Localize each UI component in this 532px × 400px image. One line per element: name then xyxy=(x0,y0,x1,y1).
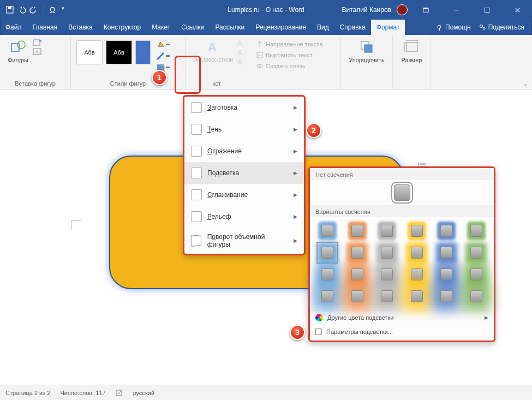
status-word-count[interactable]: Число слов: 117 xyxy=(60,390,105,396)
style-swatch-2[interactable]: Абв xyxy=(106,40,132,64)
effects-item-Заготовка[interactable]: Заготовка▶ xyxy=(184,97,304,118)
share-button[interactable]: Поделиться xyxy=(479,23,524,31)
tab-вставка[interactable]: Вставка xyxy=(63,20,98,35)
status-page[interactable]: Страница 2 из 2 xyxy=(5,390,50,396)
text-outline-icon: A xyxy=(237,49,242,57)
no-glow-swatch[interactable] xyxy=(394,184,410,201)
ribbon-display-icon[interactable] xyxy=(413,0,438,20)
tab-формат[interactable]: Формат xyxy=(371,20,405,35)
glow-swatch[interactable] xyxy=(409,223,425,239)
glow-swatch[interactable] xyxy=(468,244,485,261)
effects-item-Поворот объемной фигуры[interactable]: Поворот объемной фигуры▶ xyxy=(184,228,304,254)
collapse-ribbon-icon[interactable]: ⌄ xyxy=(523,81,528,87)
text-box-icon[interactable]: A xyxy=(33,48,43,56)
omega-icon[interactable]: Ω xyxy=(50,5,58,14)
arrange-button[interactable]: Упорядочить xyxy=(346,37,387,64)
redo-icon[interactable] xyxy=(29,5,38,14)
tab-рассылки[interactable]: Рассылки xyxy=(210,20,250,35)
effects-item-Отражение[interactable]: Отражение▶ xyxy=(184,140,304,162)
tab-файл[interactable]: Файл xyxy=(0,20,27,35)
autosave-icon[interactable] xyxy=(5,5,14,14)
status-bar: Страница 2 из 2 Число слов: 117 русский xyxy=(0,385,532,400)
glow-swatch[interactable] xyxy=(349,288,366,305)
glow-swatch[interactable] xyxy=(409,244,425,261)
glow-swatch[interactable] xyxy=(409,266,425,283)
create-link-button: Создать связь xyxy=(254,61,335,71)
shape-effects-menu: Заготовка▶Тень▶Отражение▶Подсветка▶Сглаж… xyxy=(183,95,306,255)
tab-главная[interactable]: Главная xyxy=(27,20,63,35)
svg-rect-3 xyxy=(423,7,428,8)
group-wordart-label: кст xyxy=(191,80,242,88)
effect-label: Заготовка xyxy=(207,104,237,111)
style-swatch-3[interactable] xyxy=(135,40,151,64)
text-fill-icon: A xyxy=(237,39,242,47)
express-label: Экспресс-стили xyxy=(193,57,233,63)
qat-dropdown-icon[interactable]: ▾ xyxy=(62,5,70,14)
tab-справка[interactable]: Справка xyxy=(334,20,371,35)
glow-swatch[interactable] xyxy=(438,223,455,239)
glow-options[interactable]: Параметры подсветки... xyxy=(310,325,494,338)
undo-icon[interactable] xyxy=(17,5,26,14)
tab-рецензирование[interactable]: Рецензирование xyxy=(250,20,312,35)
size-button[interactable]: Размер xyxy=(398,37,425,64)
minimize-button[interactable] xyxy=(444,0,469,20)
shapes-button[interactable]: Фигуры xyxy=(5,37,31,64)
tab-ссылки[interactable]: Ссылки xyxy=(176,20,210,35)
glow-swatch[interactable] xyxy=(349,223,366,239)
help-button[interactable]: Помощн xyxy=(435,23,471,31)
svg-text:A: A xyxy=(208,40,217,54)
glow-swatch[interactable] xyxy=(468,223,485,239)
user-name[interactable]: Виталий Каиров xyxy=(342,6,391,14)
effects-item-Подсветка[interactable]: Подсветка▶ xyxy=(184,162,304,184)
glow-swatch[interactable] xyxy=(349,266,366,283)
close-button[interactable] xyxy=(505,0,530,20)
page-margin-corner xyxy=(71,220,81,230)
glow-swatch[interactable] xyxy=(319,244,336,261)
effect-preview-icon xyxy=(191,189,202,200)
tab-вид[interactable]: Вид xyxy=(312,20,334,35)
svg-rect-12 xyxy=(33,40,40,45)
express-styles-button: A Экспресс-стили xyxy=(191,37,235,64)
text-effects-icon: A xyxy=(237,58,242,66)
glow-swatch[interactable] xyxy=(438,266,455,283)
glow-swatch[interactable] xyxy=(468,288,485,305)
effects-item-Сглаживание[interactable]: Сглаживание▶ xyxy=(184,184,304,206)
effects-item-Рельеф[interactable]: Рельеф▶ xyxy=(184,206,304,228)
glow-swatch[interactable] xyxy=(438,244,455,261)
style-swatch-1[interactable]: Абв xyxy=(76,40,103,64)
effect-label: Рельеф xyxy=(207,213,231,220)
group-insert-label: Вставка фигур xyxy=(5,80,65,88)
glow-swatch[interactable] xyxy=(379,266,395,283)
glow-swatch[interactable] xyxy=(319,288,336,305)
glow-swatch[interactable] xyxy=(379,288,395,305)
color-wheel-icon xyxy=(315,314,323,321)
effect-preview-icon xyxy=(191,168,202,178)
shape-fill-icon[interactable] xyxy=(156,40,172,50)
glow-swatch[interactable] xyxy=(468,266,485,283)
shape-outline-icon[interactable] xyxy=(156,52,172,62)
tab-конструктор[interactable]: Конструктор xyxy=(98,20,146,35)
svg-rect-27 xyxy=(364,45,372,52)
status-language[interactable]: русский xyxy=(133,390,154,396)
spellcheck-icon[interactable] xyxy=(116,389,123,397)
arrange-label: Упорядочить xyxy=(349,57,384,63)
user-avatar[interactable] xyxy=(397,4,408,15)
window-title: Lumpics.ru - О нас - Word xyxy=(228,6,304,14)
glow-swatch[interactable] xyxy=(379,223,395,239)
effects-item-Тень[interactable]: Тень▶ xyxy=(184,118,304,140)
glow-submenu: Нет свечения Варианты свечения Другие цв… xyxy=(308,166,495,342)
svg-rect-2 xyxy=(423,8,428,11)
edit-shape-icon[interactable] xyxy=(33,39,43,47)
glow-swatch[interactable] xyxy=(379,244,395,261)
glow-swatch[interactable] xyxy=(409,288,425,305)
glow-swatch[interactable] xyxy=(319,223,336,239)
effect-label: Тень xyxy=(207,126,222,133)
more-glow-colors[interactable]: Другие цвета подсветки ▶ xyxy=(310,310,494,325)
glow-swatch[interactable] xyxy=(349,244,366,261)
glow-variants-header: Варианты свечения xyxy=(310,205,494,217)
glow-swatch[interactable] xyxy=(319,266,336,283)
tab-макет[interactable]: Макет xyxy=(146,20,176,35)
size-label: Размер xyxy=(402,57,422,63)
maximize-button[interactable] xyxy=(474,0,499,20)
glow-swatch[interactable] xyxy=(438,288,455,305)
